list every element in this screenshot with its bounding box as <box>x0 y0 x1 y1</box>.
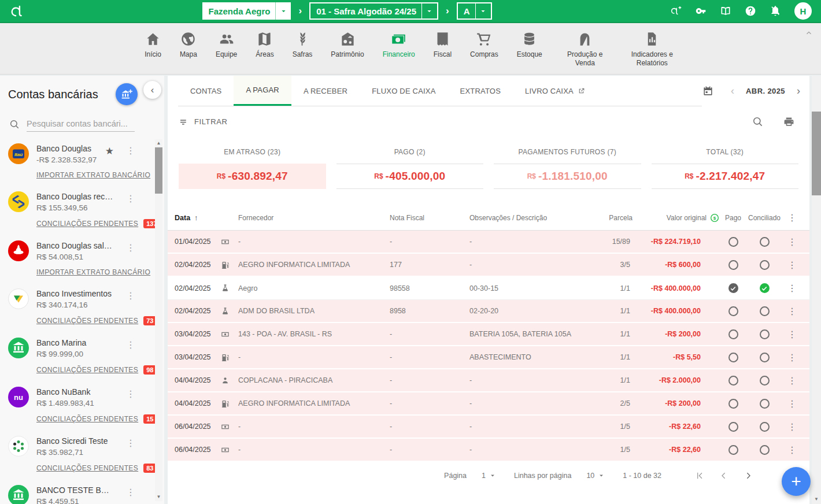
col-header-valor-original[interactable]: Valor original $ <box>633 213 719 223</box>
paid-checkbox[interactable] <box>728 283 738 293</box>
next-month-button[interactable]: › <box>797 85 800 97</box>
paid-checkbox[interactable] <box>728 329 738 339</box>
row-menu-icon[interactable]: ⋮ <box>782 329 802 340</box>
rows-per-page-select[interactable]: 10 <box>586 472 605 480</box>
table-search-icon[interactable] <box>752 116 763 127</box>
collapse-sidebar-button[interactable]: ‹ <box>143 81 161 99</box>
col-header-data[interactable]: Data ↑ <box>175 213 221 222</box>
row-menu-icon[interactable]: ⋮ <box>782 236 802 247</box>
search-accounts-input[interactable] <box>27 117 135 132</box>
payable-row[interactable]: 02/04/2025AEGRO INFORMATICA LIMITADA177-… <box>168 254 809 277</box>
avatar[interactable]: H <box>794 2 812 20</box>
tab-contas[interactable]: CONTAS <box>178 76 234 106</box>
chevron-down-icon[interactable] <box>476 7 491 16</box>
column-settings-icon[interactable]: ⋮ <box>782 212 802 223</box>
add-account-icon[interactable] <box>670 5 682 17</box>
account-menu-icon[interactable]: ⋮ <box>126 438 135 449</box>
pending-reconciliations-link[interactable]: CONCILIAÇÕES PENDENTES <box>36 220 138 228</box>
paid-checkbox[interactable] <box>728 237 738 247</box>
nav-item-producao-e-venda[interactable]: Produção e Venda <box>552 30 619 67</box>
bank-account-item[interactable]: Banco MarinaR$ 99.999,00⋮ <box>8 334 136 362</box>
col-header-observacoes[interactable]: Observações / Descrição <box>469 214 592 222</box>
paid-checkbox[interactable] <box>728 422 738 432</box>
tab-a-receber[interactable]: A RECEBER <box>291 76 360 106</box>
tab-a-pagar[interactable]: A PAGAR <box>234 76 291 106</box>
nav-item-inicio[interactable]: Início <box>135 30 171 58</box>
account-menu-icon[interactable]: ⋮ <box>126 388 135 399</box>
payable-row[interactable]: 04/04/2025COPLACANA - PIRACICABA--1/1-R$… <box>168 369 809 392</box>
pending-reconciliations-link[interactable]: CONCILIAÇÕES PENDENTES <box>36 317 138 325</box>
notifications-off-icon[interactable] <box>770 5 781 17</box>
account-menu-icon[interactable]: ⋮ <box>126 487 135 498</box>
filter-button[interactable]: FILTRAR <box>179 117 227 127</box>
reconciled-checkbox[interactable] <box>760 445 770 455</box>
scroll-down-icon[interactable]: ▼ <box>812 496 821 502</box>
nav-item-financeiro[interactable]: Financeiro <box>373 30 424 58</box>
paid-checkbox[interactable] <box>728 260 738 270</box>
scroll-up-icon[interactable]: ▲ <box>157 139 161 147</box>
add-payable-fab[interactable]: + <box>782 467 811 496</box>
prev-page-button[interactable] <box>719 471 728 480</box>
row-menu-icon[interactable]: ⋮ <box>782 260 802 270</box>
nav-item-estoque[interactable]: Estoque <box>508 30 552 58</box>
nav-item-fiscal[interactable]: Fiscal <box>424 30 461 58</box>
tab-extratos[interactable]: EXTRATOS <box>448 76 513 106</box>
key-icon[interactable] <box>695 5 707 17</box>
knowledge-book-icon[interactable] <box>720 5 731 17</box>
tab-fluxo-de-caixa[interactable]: FLUXO DE CAIXA <box>360 76 448 106</box>
bank-account-item[interactable]: Banco Douglas salário Ti...R$ 54.008,51⋮ <box>8 237 136 265</box>
nav-item-mapa[interactable]: Mapa <box>171 30 206 58</box>
payable-row[interactable]: 06/04/2025---1/5-R$ 22,60⋮ <box>168 416 809 439</box>
reconciled-checkbox[interactable] <box>760 237 770 247</box>
payable-row[interactable]: 02/04/2025Aegro9855800-30-151/1-R$ 400.0… <box>168 277 809 300</box>
payable-row[interactable]: 01/04/2025---15/89-R$ 224.719,10⋮ <box>168 231 809 254</box>
reconciled-checkbox[interactable] <box>760 306 770 316</box>
bank-account-item[interactable]: Banco Sicredi TesteR$ 35.982,71⋮ <box>8 432 136 460</box>
col-header-conciliado[interactable]: Conciliado <box>747 214 782 222</box>
reconciled-checkbox[interactable] <box>760 353 770 362</box>
nav-item-equipe[interactable]: Equipe <box>206 30 246 58</box>
bank-account-item[interactable]: Banco InvestimentosR$ 340.174,16⋮ <box>8 285 136 313</box>
sidebar-scrollbar[interactable]: ▲ ▼ <box>155 139 162 501</box>
bank-account-item[interactable]: BANCO TESTE BRUNAR$ 4.459,51⋮ <box>8 481 136 504</box>
col-header-nota-fiscal[interactable]: Nota Fiscal <box>390 214 469 222</box>
nav-item-safras[interactable]: Safras <box>283 30 322 58</box>
account-menu-icon[interactable]: ⋮ <box>126 145 135 156</box>
payable-row[interactable]: 04/04/2025AEGRO INFORMATICA LIMITADA--2/… <box>168 392 809 416</box>
paid-checkbox[interactable] <box>728 353 738 362</box>
paid-checkbox[interactable] <box>728 399 738 409</box>
help-icon[interactable] <box>745 5 756 17</box>
reconciled-checkbox[interactable] <box>760 260 770 270</box>
harvest-selector[interactable]: 01 - Safra Algodão 24/25 <box>309 2 438 20</box>
import-statement-link[interactable]: IMPORTAR EXTRATO BANCÁRIO <box>36 171 150 179</box>
account-menu-icon[interactable]: ⋮ <box>126 242 135 253</box>
chevron-down-icon[interactable] <box>422 7 437 16</box>
nav-item-indicadores-e-relatorios[interactable]: Indicadores e Relatórios <box>619 30 686 67</box>
payable-row[interactable]: 03/04/2025143 - POA - AV. BRASIL - RS-BA… <box>168 323 809 346</box>
chevron-down-icon[interactable] <box>276 7 291 16</box>
pending-reconciliations-link[interactable]: CONCILIAÇÕES PENDENTES <box>36 366 138 374</box>
scroll-down-icon[interactable]: ▼ <box>157 493 161 501</box>
payable-row[interactable]: 06/04/2025---1/5-R$ 22,60⋮ <box>168 439 809 462</box>
farm-selector[interactable]: Fazenda Aegro <box>202 2 291 20</box>
account-menu-icon[interactable]: ⋮ <box>126 339 135 350</box>
print-icon[interactable] <box>783 116 794 127</box>
bank-account-item[interactable]: ItaúBanco Douglas-R$ 2.328.532,97★⋮ <box>8 140 136 168</box>
first-page-button[interactable] <box>695 471 704 480</box>
row-menu-icon[interactable]: ⋮ <box>782 306 802 317</box>
reconciled-checkbox[interactable] <box>760 399 770 409</box>
nav-item-compras[interactable]: Compras <box>461 30 508 58</box>
row-menu-icon[interactable]: ⋮ <box>782 352 802 363</box>
row-menu-icon[interactable]: ⋮ <box>782 283 802 294</box>
payable-row[interactable]: 02/04/2025ADM DO BRASIL LTDA895802-20-20… <box>168 300 809 323</box>
page-select[interactable]: 1 <box>482 472 497 480</box>
summary-card-paid[interactable]: PAGO (2)R$-405.000,00 <box>336 148 484 189</box>
calendar-icon[interactable] <box>702 86 713 97</box>
reconciled-checkbox[interactable] <box>760 329 770 339</box>
paid-checkbox[interactable] <box>728 376 738 386</box>
account-menu-icon[interactable]: ⋮ <box>126 193 135 204</box>
col-header-fornecedor[interactable]: Fornecedor <box>238 214 390 222</box>
import-statement-link[interactable]: IMPORTAR EXTRATO BANCÁRIO <box>36 268 150 276</box>
col-header-parcela[interactable]: Parcela <box>592 214 633 222</box>
payable-row[interactable]: 03/04/2025--ABASTECIMENTO1/1-R$ 5,50⋮ <box>168 346 809 369</box>
